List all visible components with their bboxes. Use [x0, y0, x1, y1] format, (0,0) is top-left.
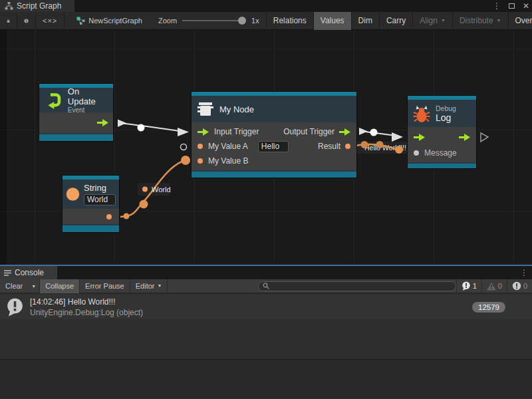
error-count: 0 [523, 282, 527, 290]
code-icon: <×> [43, 17, 57, 25]
flow-output-port[interactable] [459, 134, 470, 141]
clear-button[interactable]: Clear [0, 279, 28, 293]
error-icon [512, 281, 521, 291]
warning-count: 0 [498, 282, 502, 290]
console-search[interactable] [258, 281, 456, 291]
console-panel: Console ⋮ Clear Collapse Error Pause Edi… [0, 265, 532, 399]
console-log-list: [14:02:46] Hello World!!! UnityEngine.De… [0, 293, 532, 359]
wire-result-to-message[interactable]: Hello World!!! [350, 141, 408, 154]
node-footer-strip [63, 225, 119, 232]
info-icon [24, 17, 29, 25]
distribute-dropdown: Distribute [453, 12, 509, 30]
port-label-output-trigger: Output Trigger [283, 127, 334, 136]
port-label-input-trigger: Input Trigger [214, 127, 259, 136]
graph-icon [76, 17, 85, 25]
wire-string-to-my-value-b[interactable]: World [120, 156, 190, 219]
node-my-node[interactable]: My Node Input Trigger Output Trigger [191, 91, 357, 178]
node-on-update[interactable]: On Update Event [39, 83, 114, 142]
info-button[interactable] [17, 12, 36, 30]
warning-count-toggle[interactable]: 0 [481, 279, 507, 293]
relations-button[interactable]: Relations [266, 12, 314, 30]
port-label-message: Message [424, 148, 457, 158]
node-subtitle: Event [68, 106, 108, 114]
error-pause-button[interactable]: Error Pause [80, 279, 130, 293]
unit-icon [197, 101, 214, 117]
window-titlebar: Script Graph ⋮ ✕ [0, 0, 532, 12]
string-circle-icon [66, 185, 80, 203]
message-input-port[interactable] [414, 150, 419, 156]
node-subtitle: Debug [436, 104, 456, 112]
node-title: On Update [68, 86, 108, 106]
align-dropdown: Align [413, 12, 453, 30]
overview-button[interactable]: Overview [509, 12, 532, 30]
node-footer-strip [408, 164, 476, 168]
close-icon[interactable]: ✕ [523, 0, 529, 12]
log-count-toggle[interactable]: 1 [456, 279, 481, 293]
console-menu-icon[interactable]: ⋮ [520, 266, 528, 279]
node-debug-log[interactable]: Debug Log Message [407, 95, 477, 169]
log-count: 1 [473, 282, 477, 290]
node-title: My Node [219, 104, 254, 114]
error-count-toggle[interactable]: 0 [507, 279, 532, 293]
search-icon [263, 283, 269, 289]
my-value-a-input[interactable] [258, 141, 289, 152]
maximize-icon[interactable] [509, 3, 515, 9]
port-label-result: Result [318, 142, 340, 151]
tab-script-graph[interactable]: Script Graph [0, 0, 74, 12]
flow-input-port[interactable] [414, 134, 425, 141]
value-input-port[interactable] [198, 144, 203, 149]
port-label-my-value-a: My Value A [208, 142, 248, 151]
flow-input-port[interactable] [198, 128, 209, 136]
lock-button[interactable] [0, 12, 17, 30]
tab-console[interactable]: Console [0, 266, 57, 279]
zoom-label: Zoom [158, 17, 177, 25]
value-input-port[interactable] [198, 158, 203, 164]
node-string[interactable]: String [62, 175, 120, 233]
log-message: [14:02:46] Hello World!!! [30, 297, 143, 307]
code-view-button[interactable]: <×> [36, 12, 65, 30]
collapse-count-badge: 12579 [472, 302, 505, 313]
zoom-slider-handle[interactable] [238, 17, 246, 25]
hierarchy-icon [5, 2, 13, 10]
editor-dropdown[interactable]: Editor [130, 279, 168, 293]
node-footer-strip [192, 172, 356, 178]
log-bubble-icon [6, 298, 24, 317]
graph-toolbar: <×> NewScriptGraph Zoom 1x Relations Val… [0, 12, 532, 30]
node-title: String [84, 183, 116, 193]
warning-icon [487, 282, 496, 291]
zoom-slider[interactable] [182, 20, 246, 21]
wire-on-update-to-input[interactable] [118, 120, 189, 137]
flow-continuation-arrow [481, 133, 488, 142]
values-button[interactable]: Values [314, 12, 352, 30]
console-toolbar: Clear Collapse Error Pause Editor 1 [0, 279, 532, 293]
tab-label: Script Graph [17, 1, 61, 11]
window-menu-icon[interactable]: ⋮ [493, 0, 501, 12]
flow-output-port[interactable] [97, 119, 108, 126]
wire-value-world: World [152, 186, 171, 194]
string-value-input[interactable] [84, 194, 116, 205]
value-output-port[interactable] [345, 144, 350, 149]
port-label-my-value-b: My Value B [208, 156, 248, 166]
graph-canvas[interactable]: World Hello World!!! On Update Event [0, 30, 532, 265]
graph-breadcrumb[interactable]: NewScriptGraph [76, 17, 142, 25]
on-update-loop-icon [45, 91, 63, 110]
dim-button[interactable]: Dim [352, 12, 380, 30]
clear-dropdown[interactable] [28, 279, 40, 293]
flow-output-port[interactable] [339, 128, 350, 136]
console-lines-icon [4, 269, 11, 277]
node-footer-strip [39, 134, 113, 141]
lock-icon [7, 17, 10, 25]
wire-output-to-debug[interactable] [359, 128, 403, 142]
carry-button[interactable]: Carry [380, 12, 413, 30]
zoom-value: 1x [251, 17, 259, 25]
bug-icon [413, 105, 430, 122]
collapse-button[interactable]: Collapse [40, 279, 80, 293]
value-output-port[interactable] [106, 214, 112, 219]
log-entry-row[interactable]: [14:02:46] Hello World!!! UnityEngine.De… [0, 295, 532, 319]
console-search-input[interactable] [272, 282, 452, 290]
graph-name-label: NewScriptGraph [88, 17, 142, 25]
unconnected-port-indicator [181, 144, 187, 150]
console-detail-pane [0, 360, 532, 398]
log-stacktrace: UnityEngine.Debug:Log (object) [30, 307, 143, 318]
log-bubble-icon [462, 281, 471, 291]
